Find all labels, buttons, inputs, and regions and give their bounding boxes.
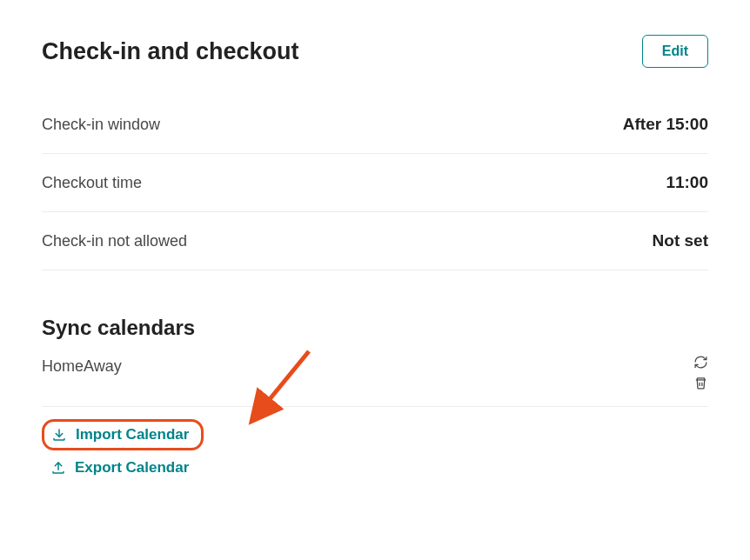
checkout-time-row: Checkout time 11:00 — [42, 154, 708, 212]
calendar-links: Import Calendar Export Calendar — [42, 419, 708, 482]
calendar-provider-name: HomeAway — [42, 354, 122, 376]
export-calendar-label: Export Calendar — [75, 459, 189, 477]
checkin-window-row: Check-in window After 15:00 — [42, 96, 708, 154]
edit-button[interactable]: Edit — [642, 35, 708, 68]
calendar-provider-row: HomeAway — [42, 354, 708, 407]
sync-calendars-title: Sync calendars — [42, 316, 708, 340]
checkin-not-allowed-value: Not set — [653, 231, 708, 250]
import-icon — [51, 427, 67, 443]
calendar-provider-actions — [693, 354, 708, 390]
refresh-icon[interactable] — [693, 354, 708, 370]
trash-icon[interactable] — [693, 375, 708, 390]
sync-calendars-section: Sync calendars HomeAway — [42, 316, 708, 482]
checkin-section-title: Check-in and checkout — [42, 38, 299, 65]
checkin-not-allowed-label: Check-in not allowed — [42, 232, 187, 250]
checkout-time-value: 11:00 — [666, 173, 708, 192]
checkin-section-header: Check-in and checkout Edit — [42, 35, 708, 68]
import-calendar-link[interactable]: Import Calendar — [42, 419, 204, 450]
checkin-window-label: Check-in window — [42, 116, 160, 134]
checkin-window-value: After 15:00 — [623, 115, 708, 134]
checkout-time-label: Checkout time — [42, 174, 142, 192]
checkin-not-allowed-row: Check-in not allowed Not set — [42, 212, 708, 270]
export-icon — [50, 460, 66, 476]
import-calendar-label: Import Calendar — [76, 426, 189, 443]
export-calendar-link[interactable]: Export Calendar — [42, 454, 198, 482]
